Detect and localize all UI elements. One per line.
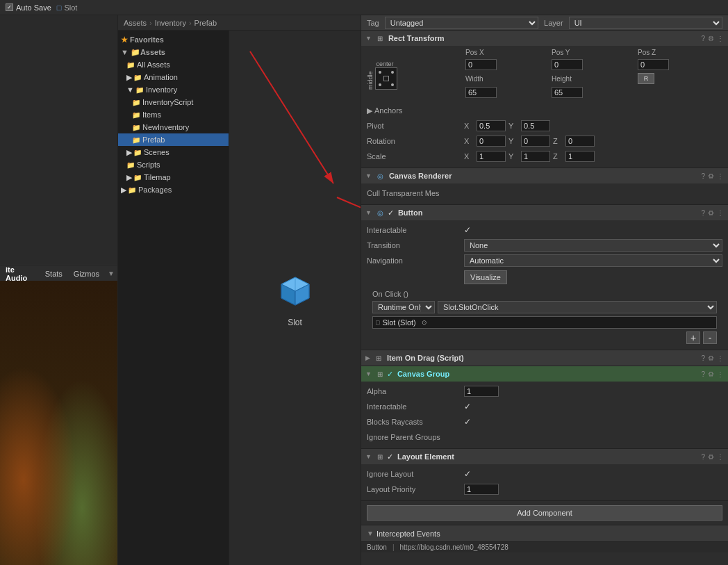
scale-z-input[interactable] [565, 151, 595, 162]
anchors-row: ▶ Anchors [367, 104, 722, 117]
tree-all-assets[interactable]: 📁 All Assets [118, 58, 229, 71]
rotation-z-input[interactable] [565, 136, 595, 147]
component-rect-transform-header[interactable]: ▼ ⊞ Rect Transform ? ⚙ ⋮ [361, 31, 728, 46]
tree-newinventory[interactable]: 📁 NewInventory [118, 121, 229, 133]
rotation-y-input[interactable] [521, 136, 550, 147]
settings-icon-cg[interactable]: ⚙ [708, 370, 714, 378]
prefab-cube-icon [279, 275, 312, 308]
tree-animation-label: Animation [144, 73, 178, 81]
menu-icon[interactable]: ⋮ [717, 35, 724, 42]
help-icon-cr[interactable]: ? [701, 172, 705, 180]
transition-dropdown[interactable]: None [464, 239, 722, 252]
posy-input[interactable] [552, 59, 583, 70]
intercepted-events-bar[interactable]: ▼ Intercepted Events [361, 525, 728, 541]
help-icon-cg[interactable]: ? [701, 370, 705, 378]
posz-input[interactable] [638, 59, 669, 70]
tree-tilemap-label: Tilemap [144, 173, 171, 181]
item-on-drag-header[interactable]: ▶ ⊞ Item On Drag (Script) ? ⚙ ⋮ [361, 350, 728, 366]
tree-items-label: Items [142, 110, 161, 119]
layout-element-header[interactable]: ▼ ⊞ ✓ Layout Element ? ⚙ ⋮ [361, 449, 728, 464]
tree-prefab[interactable]: 📁 Prefab [118, 133, 229, 146]
height-input[interactable] [552, 87, 583, 98]
pivot-y-input[interactable] [521, 120, 550, 131]
stats-btn[interactable]: Stats [42, 270, 65, 278]
auto-save-checkbox[interactable] [6, 3, 13, 11]
game-canvas [0, 281, 117, 565]
tree-inventory[interactable]: ▼ 📁 Inventory [118, 83, 229, 96]
help-icon-iod[interactable]: ? [701, 354, 705, 362]
layout-priority-label: Layout Priority [367, 485, 464, 493]
auto-save[interactable]: Auto Save [6, 3, 51, 12]
button-body: Interactable ✓ Transition None Navigatio… [361, 220, 728, 350]
audio-btn[interactable]: ite Audio [3, 265, 37, 282]
tree-tilemap[interactable]: ▶ 📁 Tilemap [118, 171, 229, 183]
func-dropdown[interactable]: Slot.SlotOnClick [438, 301, 717, 313]
pivot-values: X Y [464, 120, 550, 131]
tree-packages[interactable]: ▶ 📁 Packages [118, 183, 229, 196]
slot-ref: □ Slot (Slot) ⊙ [372, 316, 717, 329]
menu-icon-cg[interactable]: ⋮ [717, 370, 724, 378]
posx-input[interactable] [465, 59, 497, 70]
tree-inventory-script[interactable]: 📁 InventoryScript [118, 96, 229, 108]
rotation-x-input[interactable] [477, 136, 506, 147]
menu-icon-iod[interactable]: ⋮ [717, 354, 724, 362]
blocks-raycasts-label: Blocks Raycasts [367, 418, 464, 426]
menu-icon-btn[interactable]: ⋮ [717, 209, 724, 217]
pivot-label: Pivot [367, 122, 464, 130]
tree-items[interactable]: 📁 Items [118, 108, 229, 121]
tree-scenes[interactable]: ▶ 📁 Scenes [118, 146, 229, 158]
settings-icon[interactable]: ⚙ [708, 35, 714, 42]
prefab-preview-area: Slot [229, 31, 361, 565]
button-header[interactable]: ▼ ◎ ✓ Button ? ⚙ ⋮ [361, 205, 728, 220]
width-input[interactable] [465, 87, 497, 98]
tree-all-assets-label: All Assets [137, 60, 170, 69]
onclick-minus-button[interactable]: - [703, 331, 717, 344]
pivot-x-input[interactable] [477, 120, 506, 131]
component-button: ▼ ◎ ✓ Button ? ⚙ ⋮ Interactable ✓ [361, 205, 728, 350]
svg-line-9 [250, 51, 333, 183]
tree-animation[interactable]: ▶ 📁 Animation [118, 71, 229, 83]
cg-interactable-check: ✓ [464, 402, 471, 411]
r-button[interactable]: R [638, 73, 654, 84]
layer-dropdown[interactable]: UI [569, 17, 722, 29]
interactable-check: ✓ [464, 225, 471, 235]
settings-icon-cr[interactable]: ⚙ [708, 172, 714, 180]
scale-x-input[interactable] [477, 151, 506, 162]
component-layout-element: ▼ ⊞ ✓ Layout Element ? ⚙ ⋮ Ignore Layout… [361, 449, 728, 501]
layout-priority-input[interactable] [464, 484, 499, 495]
alpha-input[interactable] [464, 386, 499, 397]
runtime-dropdown[interactable]: Runtime Only [372, 301, 435, 313]
scale-y-input[interactable] [521, 151, 550, 162]
canvas-renderer-title: Canvas Renderer [389, 172, 699, 180]
help-icon-le[interactable]: ? [701, 453, 705, 461]
component-canvas-group: ▼ ⊞ ✓ Canvas Group ? ⚙ ⋮ Alpha [361, 366, 728, 449]
canvas-group-icons: ? ⚙ ⋮ [701, 370, 724, 378]
menu-icon-le[interactable]: ⋮ [717, 453, 724, 461]
add-component-button[interactable]: Add Component [367, 505, 722, 521]
onclick-plus-button[interactable]: + [686, 331, 700, 344]
url-label: https://blog.csdn.net/m0_48554728 [400, 543, 508, 551]
settings-icon-iod[interactable]: ⚙ [708, 354, 714, 362]
transition-row: Transition None [367, 238, 722, 252]
help-icon-btn[interactable]: ? [701, 209, 705, 217]
tag-dropdown[interactable]: Untagged [385, 17, 538, 29]
rect-transform-body: center middle [361, 46, 728, 167]
layout-element-title: Layout Element [397, 452, 699, 461]
settings-icon-btn[interactable]: ⚙ [708, 209, 714, 217]
menu-icon-cr[interactable]: ⋮ [717, 172, 724, 180]
prefab-icon [273, 269, 317, 313]
prefab-name-label: Slot [288, 318, 302, 327]
anchor-diagram[interactable] [375, 67, 397, 90]
posy-label: Pos Y [552, 49, 636, 56]
bottom-info-row: Button | https://blog.csdn.net/m0_485547… [361, 541, 728, 552]
visualize-button[interactable]: Visualize [464, 270, 507, 284]
canvas-group-header[interactable]: ▼ ⊞ ✓ Canvas Group ? ⚙ ⋮ [361, 366, 728, 382]
canvas-renderer-header[interactable]: ▼ ◎ Canvas Renderer ? ⚙ ⋮ [361, 168, 728, 183]
gizmos-btn[interactable]: Gizmos [71, 270, 102, 278]
breadcrumb-bar: Assets › Inventory › Prefab [118, 15, 361, 31]
navigation-dropdown[interactable]: Automatic [464, 254, 722, 267]
settings-icon-le[interactable]: ⚙ [708, 453, 714, 461]
help-icon[interactable]: ? [701, 35, 705, 42]
main-layout: Hierarchy ▼ □ Canvas (Environment) ▼ □ S… [0, 15, 728, 565]
tree-scripts[interactable]: 📁 Scripts [118, 158, 229, 171]
